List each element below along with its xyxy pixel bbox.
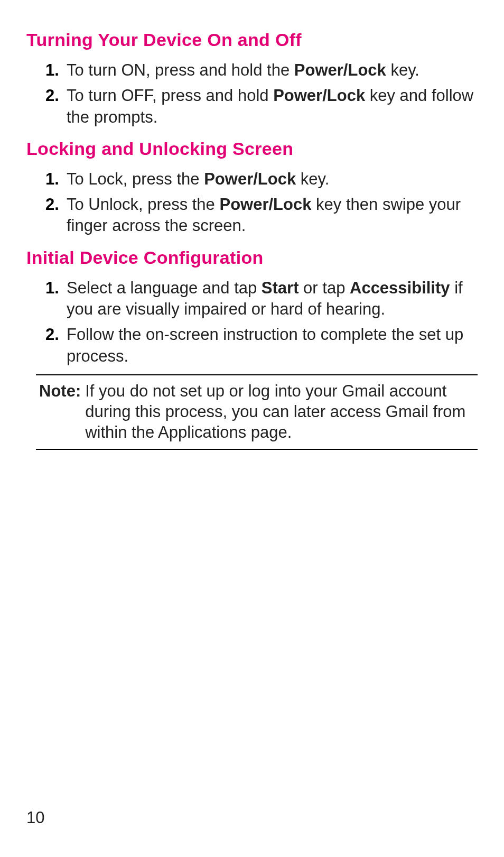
list-text-bold: Power/Lock: [294, 61, 386, 79]
section-heading: Turning Your Device On and Off: [26, 30, 478, 50]
note-row: Note: If you do not set up or log into y…: [36, 381, 478, 443]
numbered-list: To turn ON, press and hold the Power/Loc…: [66, 60, 478, 128]
note-box: Note: If you do not set up or log into y…: [36, 374, 478, 450]
list-item: To Lock, press the Power/Lock key.: [66, 169, 478, 190]
note-label: Note:: [36, 381, 85, 443]
list-text-pre: Follow the on-screen instruction to comp…: [67, 325, 463, 365]
list-item: Follow the on-screen instruction to comp…: [66, 324, 478, 367]
list-item: To turn OFF, press and hold Power/Lock k…: [66, 85, 478, 128]
list-text-pre: To turn OFF, press and hold: [67, 86, 273, 105]
note-text: If you do not set up or log into your Gm…: [85, 381, 478, 443]
list-text-post: key.: [386, 61, 419, 79]
list-text-post: key.: [296, 170, 329, 188]
list-item: Select a language and tap Start or tap A…: [66, 278, 478, 320]
list-text-bold: Power/Lock: [273, 86, 365, 105]
numbered-list: To Lock, press the Power/Lock key. To Un…: [66, 169, 478, 237]
list-item: To turn ON, press and hold the Power/Loc…: [66, 60, 478, 81]
list-text-pre: Select a language and tap: [67, 279, 262, 297]
list-text-pre: To Unlock, press the: [67, 195, 219, 214]
page-number: 10: [26, 808, 44, 827]
list-text-pre: To turn ON, press and hold the: [67, 61, 294, 79]
list-text-post: or tap: [299, 279, 350, 297]
list-text-bold: Start: [262, 279, 299, 297]
list-text-pre: To Lock, press the: [67, 170, 204, 188]
list-text-bold: Power/Lock: [204, 170, 296, 188]
list-text-bold: Power/Lock: [219, 195, 311, 214]
list-text-bold: Accessibility: [350, 279, 450, 297]
section-heading: Locking and Unlocking Screen: [26, 139, 478, 159]
numbered-list: Select a language and tap Start or tap A…: [66, 278, 478, 367]
section-heading: Initial Device Configuration: [26, 247, 478, 268]
list-item: To Unlock, press the Power/Lock key then…: [66, 194, 478, 237]
